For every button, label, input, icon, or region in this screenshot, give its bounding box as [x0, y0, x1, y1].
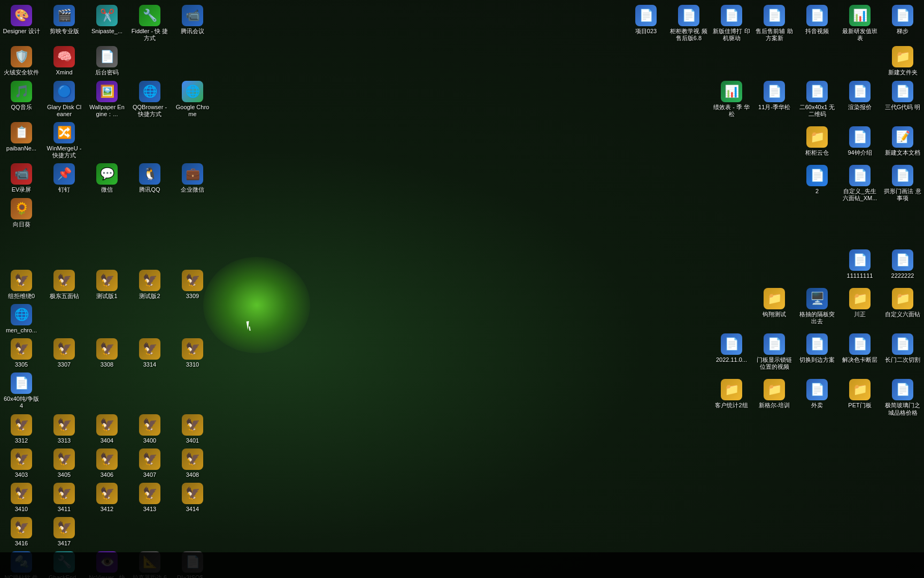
desktop-icon[interactable]: 📄2022.11.0...: [712, 333, 751, 370]
desktop-icon[interactable]: 🦅3308: [88, 338, 126, 368]
desktop-icon[interactable]: 🦅3408: [173, 448, 212, 478]
desktop-icon[interactable]: 🦅3313: [45, 414, 83, 444]
desktop-icon[interactable]: 📄拱形门画法 意事项: [883, 165, 922, 202]
desktop-icon[interactable]: 📄抖音视频: [798, 5, 836, 42]
desktop-icon[interactable]: 📄项目023: [627, 5, 665, 42]
desktop-icon[interactable]: 🌐men_chro...: [2, 304, 41, 334]
desktop-icon[interactable]: 🎨Designer 设计: [2, 5, 41, 42]
desktop-icon[interactable]: 📄长门二次切割: [883, 333, 922, 370]
desktop-icon[interactable]: 🖥️格抽的隔板突 出去: [798, 288, 836, 325]
desktop-icon[interactable]: 🦅3309: [173, 270, 212, 300]
desktop-icon[interactable]: 🦅3305: [2, 338, 41, 368]
icon-image: 🎨: [11, 5, 32, 26]
desktop-icon[interactable]: 🦅3403: [2, 448, 41, 478]
desktop-icon[interactable]: 🦅极东五面钻: [45, 270, 83, 300]
desktop-icon[interactable]: 📄解决色卡断层: [841, 333, 879, 370]
desktop-icon[interactable]: 📹EV录屏: [2, 163, 41, 193]
desktop-icon[interactable]: 🛡️火绒安全软件: [2, 46, 41, 76]
desktop-icon[interactable]: 🦅3414: [173, 483, 212, 513]
desktop-icon[interactable]: 🔵Glary Disk Cleaner: [45, 81, 83, 118]
desktop-icon[interactable]: 📌钉钉: [45, 163, 83, 193]
desktop-icon[interactable]: 🌐QQBrowser - 快捷方式: [130, 81, 169, 118]
desktop-icon[interactable]: 📄自定义_先生 六面钻_XM...: [841, 165, 879, 202]
desktop-icon[interactable]: 🐧腾讯QQ: [130, 163, 169, 193]
desktop-icon[interactable]: 📁钩翔测试: [755, 288, 794, 325]
desktop-icon[interactable]: 🦅3314: [130, 338, 169, 368]
icon-image: 🖥️: [806, 288, 828, 309]
desktop-icon[interactable]: 🎵QQ音乐: [2, 81, 41, 118]
desktop-icon[interactable]: 📄二60x40x1 无二维码: [798, 81, 836, 118]
icon-image: 📄: [849, 333, 871, 355]
desktop-icon[interactable]: 📁新格尔-培训: [755, 379, 794, 416]
icon-label: 3414: [186, 506, 199, 513]
desktop-icon[interactable]: 📄2222222: [883, 249, 922, 279]
desktop-icon[interactable]: 🦅3312: [2, 414, 41, 444]
desktop-icon[interactable]: 📄新版佳博打 印 机驱动: [712, 5, 751, 42]
desktop-icon[interactable]: 💬微信: [88, 163, 126, 193]
desktop-icon[interactable]: 🦅3310: [173, 338, 212, 368]
desktop-icon[interactable]: 🦅测试版1: [88, 270, 126, 300]
desktop-icon[interactable]: 📝新建文本文档: [883, 126, 922, 156]
icon-image: 📋: [11, 122, 32, 143]
desktop-icon[interactable]: 🔀WinMergeU - 快捷方式: [45, 122, 83, 159]
desktop-icon[interactable]: 🦅3416: [2, 517, 41, 547]
desktop-icon[interactable]: 🧠Xmind: [45, 46, 83, 76]
desktop-icon[interactable]: 🦅3405: [45, 448, 83, 478]
icon-label: 组拒维绕0: [8, 293, 35, 300]
desktop-icon[interactable]: 📄售后售前辅 助 方案新: [755, 5, 794, 42]
desktop-icon[interactable]: 📄11111111: [841, 249, 879, 279]
desktop-icon[interactable]: 📄门板显示锁链 位置的视频: [755, 333, 794, 370]
desktop-icon[interactable]: 🦅3410: [2, 483, 41, 513]
desktop-icon[interactable]: 📁川正: [841, 288, 879, 325]
icon-label: Designer 设计: [3, 28, 40, 35]
desktop-icon[interactable]: 📄渲染报价: [841, 81, 879, 118]
desktop-icon[interactable]: 📄梯步: [883, 5, 922, 42]
icon-image: 🦅: [139, 414, 160, 436]
desktop-icon[interactable]: 📄切换到边方案: [798, 333, 836, 370]
desktop-icon[interactable]: 📄后台密码: [88, 46, 126, 76]
icon-label: 3314: [143, 361, 156, 368]
desktop-icon[interactable]: 🔧Fiddler - 快 捷方式: [130, 5, 169, 42]
desktop-icon[interactable]: 🦅3307: [45, 338, 83, 368]
desktop-icon[interactable]: 🦅3407: [130, 448, 169, 478]
desktop-icon[interactable]: 🦅3417: [45, 517, 83, 547]
desktop-icon[interactable]: 🦅3412: [88, 483, 126, 513]
desktop-icon[interactable]: 🦅3401: [173, 414, 212, 444]
desktop-icon[interactable]: 📹腾讯会议: [173, 5, 212, 42]
desktop-icon[interactable]: 📁自定义六面钻: [883, 288, 922, 325]
desktop-icon[interactable]: ✂️Snipaste_...: [88, 5, 126, 42]
desktop-icon[interactable]: 🦅3411: [45, 483, 83, 513]
icon-label: 渲染报价: [848, 104, 872, 111]
desktop-icon[interactable]: 🌻向日葵: [2, 198, 41, 228]
desktop-icon[interactable]: 📁新建文件夹: [883, 46, 922, 76]
icon-image: 📊: [849, 5, 871, 26]
desktop-icon[interactable]: 📁客户统计2组: [712, 379, 751, 416]
icon-image: 📄: [11, 372, 32, 394]
desktop-icon[interactable]: 📄2: [798, 165, 836, 202]
icon-label: 腾讯会议: [181, 28, 204, 35]
icon-label: paibanNe...: [6, 145, 36, 152]
desktop-icon[interactable]: 🖼️Wallpaper Engine：...: [88, 81, 126, 118]
desktop-icon[interactable]: 🎬剪映专业版: [45, 5, 83, 42]
desktop-icon[interactable]: 🦅组拒维绕0: [2, 270, 41, 300]
desktop-icon[interactable]: 📄极简玻璃门之 城品格价格: [883, 379, 922, 416]
desktop-icon[interactable]: 📄60x40纯/争版 4: [2, 372, 41, 409]
desktop-icon[interactable]: 🌐Google Chrome: [173, 81, 212, 118]
desktop-icon[interactable]: 💼企业微信: [173, 163, 212, 193]
desktop-icon[interactable]: 📊绩效表 - 季 华松: [712, 81, 751, 118]
desktop-icon[interactable]: 📁柜柜云仓: [798, 126, 836, 156]
desktop-icon[interactable]: 📊最新研发值班 表: [841, 5, 879, 42]
desktop-icon[interactable]: 📄94钟介绍: [841, 126, 879, 156]
desktop-icon[interactable]: 🦅3406: [88, 448, 126, 478]
desktop-icon[interactable]: 📄外卖: [798, 379, 836, 416]
desktop-icon[interactable]: 📄11月-季华松: [755, 81, 794, 118]
desktop-icon[interactable]: 🦅测试版2: [130, 270, 169, 300]
desktop-icon[interactable]: 🦅3404: [88, 414, 126, 444]
icon-label: 3308: [101, 361, 113, 368]
desktop-icon[interactable]: 📄三代G代码 明: [883, 81, 922, 118]
desktop-icon[interactable]: 🦅3413: [130, 483, 169, 513]
desktop-icon[interactable]: 📁PET门板: [841, 379, 879, 416]
desktop-icon[interactable]: 📄柜柜教学视 频 售后版6.8: [669, 5, 708, 42]
desktop-icon[interactable]: 📋paibanNe...: [2, 122, 41, 159]
desktop-icon[interactable]: 🦅3400: [130, 414, 169, 444]
